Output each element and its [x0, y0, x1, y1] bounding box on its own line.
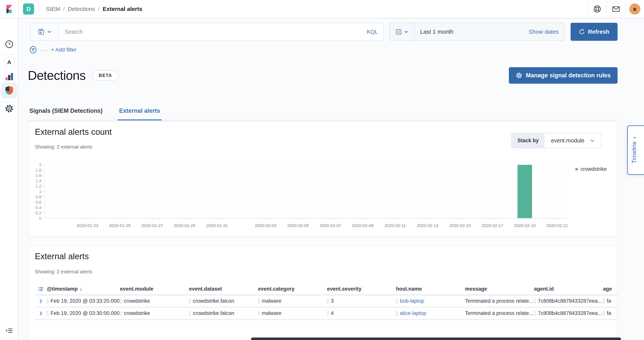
timeline-flyout-button[interactable]: Timeline ‹: [627, 125, 644, 175]
cell-timestamp[interactable]: Feb 19, 2020 @ 03:33:20.000: [47, 298, 120, 304]
time-range-value[interactable]: Last 1 month: [414, 28, 453, 35]
stack-by-select[interactable]: event.module: [544, 133, 601, 148]
header-event-category[interactable]: event.category: [258, 286, 327, 292]
drag-handle[interactable]: [258, 299, 260, 304]
y-tick-label: 1.6: [36, 173, 42, 178]
chart-y-axis: 21.81.61.41.210.80.60.40.20: [28, 165, 42, 218]
space-badge[interactable]: D: [23, 3, 34, 14]
y-tick-label: 1.8: [36, 168, 42, 173]
drag-handle[interactable]: [189, 311, 190, 316]
manage-signal-detection-rules-button[interactable]: Manage signal detection rules: [509, 67, 618, 84]
legend-label[interactable]: crowdstrike: [580, 166, 607, 172]
drag-handle[interactable]: [603, 311, 604, 316]
header-event-dataset[interactable]: event.dataset: [189, 286, 258, 292]
date-quick-menu-button[interactable]: [390, 23, 414, 40]
breadcrumb-external-alerts: External alerts: [103, 6, 142, 12]
drag-handle[interactable]: [47, 311, 48, 316]
cell-event-category[interactable]: malware: [258, 298, 327, 304]
cell-timestamp[interactable]: Feb 19, 2020 @ 03:30:00.000: [47, 310, 120, 316]
collapse-sidebar-button[interactable]: [0, 327, 18, 335]
cell-event-module[interactable]: crowdstrike: [120, 298, 189, 304]
sidebar-item-recent[interactable]: [0, 40, 18, 49]
cell-agent-id[interactable]: 7c808b4c8878433287eea...: [534, 310, 603, 316]
drag-handle[interactable]: [603, 299, 604, 304]
header-agent-truncated[interactable]: age: [603, 286, 617, 292]
cell-event-dataset[interactable]: crowdstrike.falcon: [189, 310, 258, 316]
drag-handle[interactable]: [189, 299, 190, 304]
drag-handle[interactable]: [47, 299, 48, 304]
refresh-button[interactable]: Refresh: [570, 23, 618, 41]
header-event-module[interactable]: event.module: [120, 286, 189, 292]
host-link[interactable]: bob-laptop: [400, 298, 424, 304]
cell-agent-truncated[interactable]: fa: [603, 298, 617, 304]
sidebar-item-apm[interactable]: A: [0, 57, 18, 68]
timeline-collapsed-bar[interactable]: [251, 338, 621, 340]
saved-query-menu-button[interactable]: [30, 23, 59, 40]
y-tick-label: 0.2: [36, 211, 42, 216]
header-event-severity[interactable]: event.severity: [327, 286, 396, 292]
drag-handle[interactable]: [327, 311, 328, 316]
kql-syntax-button[interactable]: KQL: [362, 29, 383, 35]
y-tick-label: 1: [39, 189, 42, 194]
show-dates-button[interactable]: Show dates: [528, 28, 564, 35]
breadcrumb-detections[interactable]: Detections: [68, 6, 95, 12]
collapse-menu-icon: [5, 327, 13, 335]
x-tick-mark: [266, 218, 266, 220]
search-input[interactable]: [59, 28, 362, 35]
drag-handle[interactable]: [534, 299, 536, 304]
header-agent-id[interactable]: agent.id: [534, 286, 603, 292]
panel-subtitle: Showing: 2 external alerts: [35, 269, 92, 275]
y-tick-label: 0.4: [36, 205, 42, 210]
cell-host-name[interactable]: bob-laptop: [396, 298, 465, 304]
newsfeed-button[interactable]: [607, 0, 625, 18]
tab-external-alerts[interactable]: External alerts: [118, 107, 162, 120]
header-timestamp[interactable]: @timestamp ↓: [47, 286, 120, 292]
cell-event-module[interactable]: crowdstrike: [120, 310, 189, 316]
cell-event-category[interactable]: malware: [258, 310, 327, 316]
alerts-table: @timestamp ↓ event.module event.dataset …: [35, 284, 617, 320]
help-button[interactable]: [588, 0, 606, 18]
add-filter-button[interactable]: + Add filter: [51, 47, 76, 53]
cell-event-dataset[interactable]: crowdstrike.falcon: [189, 298, 258, 304]
filter-menu-icon[interactable]: [29, 45, 38, 54]
gridline: [45, 170, 566, 170]
drag-handle[interactable]: [327, 299, 328, 304]
sidebar-item-siem-active[interactable]: [0, 82, 18, 95]
host-link[interactable]: alice-laptop: [400, 310, 426, 316]
panel-title: External alerts: [35, 252, 89, 261]
drag-handle[interactable]: [120, 311, 122, 316]
user-menu-button[interactable]: e: [626, 0, 644, 18]
search-box: KQL: [30, 23, 384, 41]
x-tick-label: 2020-01-29: [174, 223, 196, 228]
x-tick-label: 2020-02-11: [384, 223, 406, 228]
cell-event-severity[interactable]: 3: [327, 298, 396, 304]
expand-row-button[interactable]: [35, 311, 47, 316]
tab-signals[interactable]: Signals (SIEM Detections): [28, 107, 104, 120]
column-settings-button[interactable]: [35, 286, 47, 292]
x-tick-label: 2020-02-03: [255, 223, 276, 228]
breadcrumb-separator: /: [98, 6, 100, 12]
gear-icon: [5, 104, 14, 113]
sidebar-item-management[interactable]: [0, 104, 18, 113]
drag-handle[interactable]: [534, 311, 536, 316]
gridline: [45, 175, 566, 176]
kibana-logo[interactable]: [0, 4, 18, 13]
sidebar-item-metrics[interactable]: [0, 72, 18, 81]
drag-handle[interactable]: [120, 299, 122, 304]
cell-host-name[interactable]: alice-laptop: [396, 310, 465, 316]
breadcrumb-siem[interactable]: SIEM: [46, 6, 60, 12]
cell-agent-id[interactable]: 7c808b4c8878433287eea...: [534, 298, 603, 304]
stack-by-value: event.module: [551, 138, 584, 144]
header-message[interactable]: message: [465, 286, 534, 292]
drag-handle[interactable]: [396, 311, 398, 316]
cell-agent-truncated[interactable]: fa: [603, 310, 617, 316]
cell-event-severity[interactable]: 4: [327, 310, 396, 316]
bar-crowdstrike-2020-02-19[interactable]: [518, 165, 532, 218]
x-tick-label: 2020-01-25: [109, 223, 131, 228]
drag-handle[interactable]: [258, 311, 260, 316]
panel-title: External alerts count: [35, 127, 112, 137]
header-host-name[interactable]: host.name: [396, 286, 465, 292]
panel-subtitle: Showing: 2 external alerts: [35, 144, 92, 150]
expand-row-button[interactable]: [35, 299, 47, 304]
drag-handle[interactable]: [396, 299, 398, 304]
